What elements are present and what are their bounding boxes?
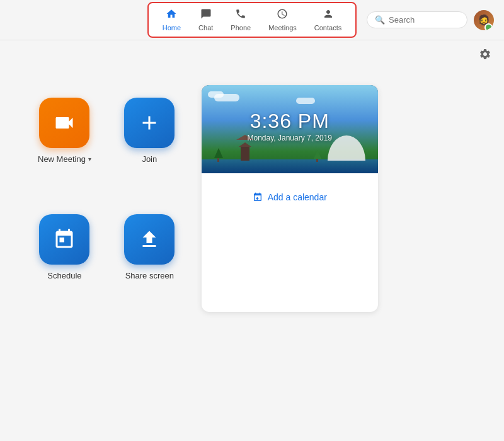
clock-time: 3:36 PM — [247, 110, 332, 132]
tree-left — [214, 148, 223, 162]
nav-label-phone: Phone — [231, 24, 251, 32]
share-screen-label: Share screen — [125, 271, 174, 280]
upload-icon — [138, 228, 161, 251]
chat-icon — [200, 8, 212, 23]
cloud-3 — [296, 98, 315, 104]
nav-item-home[interactable]: Home — [154, 6, 190, 34]
phone-icon — [235, 8, 246, 23]
action-item-new-meeting[interactable]: New Meeting ▾ — [38, 98, 91, 195]
clock-display: 3:36 PM Monday, January 7, 2019 — [247, 110, 332, 142]
share-screen-button[interactable] — [124, 214, 175, 265]
calendar-add-icon — [253, 192, 263, 202]
action-item-join[interactable]: Join — [123, 98, 176, 195]
gear-row — [0, 40, 504, 66]
nav-item-meetings[interactable]: Meetings — [260, 6, 306, 34]
add-calendar-button[interactable]: Add a calendar — [214, 186, 365, 209]
join-button[interactable] — [124, 98, 175, 148]
action-item-schedule[interactable]: Schedule — [38, 214, 91, 312]
nav-label-home: Home — [163, 24, 181, 32]
video-icon — [53, 112, 76, 134]
avatar-face: 🧔 — [474, 10, 494, 30]
plus-icon — [138, 112, 161, 134]
new-meeting-button[interactable] — [39, 98, 89, 148]
avatar[interactable]: 🧔 — [474, 10, 494, 30]
header-right: 🔍 🧔 — [367, 10, 494, 30]
settings-button[interactable] — [476, 45, 494, 66]
nav-label-meetings: Meetings — [268, 24, 297, 32]
header: Home Chat Phone — [0, 0, 504, 40]
dropdown-arrow-icon: ▾ — [88, 156, 91, 163]
tree-right — [314, 150, 321, 162]
meetings-icon — [277, 8, 288, 23]
schedule-button[interactable] — [39, 214, 89, 265]
action-item-share-screen[interactable]: Share screen — [123, 214, 176, 312]
nav-item-contacts[interactable]: Contacts — [306, 6, 350, 34]
clock-banner: 3:36 PM Monday, January 7, 2019 — [202, 85, 378, 173]
schedule-label: Schedule — [47, 271, 81, 280]
gear-icon — [479, 48, 491, 60]
cloud-2 — [208, 91, 224, 98]
main-content: New Meeting ▾ Join Schedule — [0, 66, 504, 324]
join-label: Join — [142, 154, 157, 164]
nav-item-chat[interactable]: Chat — [190, 6, 222, 34]
calendar-card: 3:36 PM Monday, January 7, 2019 Add a ca… — [202, 85, 378, 312]
action-grid: New Meeting ▾ Join Schedule — [38, 98, 176, 312]
search-icon: 🔍 — [375, 15, 385, 25]
water-decoration — [202, 159, 378, 173]
add-calendar-label: Add a calendar — [268, 192, 327, 202]
nav-label-contacts: Contacts — [314, 24, 341, 32]
new-meeting-label: New Meeting ▾ — [38, 154, 91, 164]
nav-label-chat: Chat — [198, 24, 213, 32]
nav-bar: Home Chat Phone — [147, 2, 357, 38]
calendar-icon — [53, 228, 76, 251]
search-input[interactable] — [389, 15, 458, 25]
search-box[interactable]: 🔍 — [367, 11, 467, 28]
contacts-icon — [323, 8, 334, 23]
clock-date: Monday, January 7, 2019 — [247, 134, 332, 142]
home-icon — [166, 8, 177, 23]
nav-item-phone[interactable]: Phone — [222, 6, 260, 34]
calendar-body: Add a calendar — [202, 173, 378, 221]
